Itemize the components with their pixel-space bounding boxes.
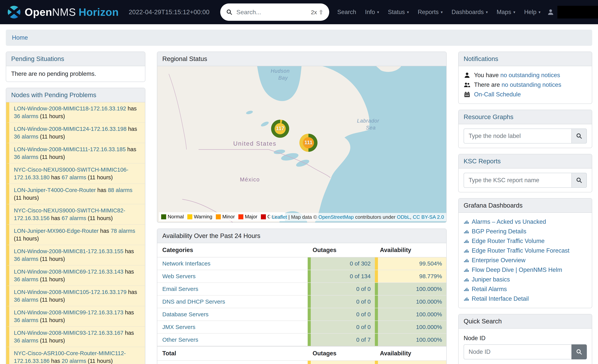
nav-menu-item[interactable]: Search [337, 9, 356, 16]
alarm-count-link[interactable]: 36 alarms [14, 297, 38, 303]
nav-menu-item[interactable]: Maps ▾ [497, 9, 515, 16]
leaflet-link[interactable]: Leaflet [272, 214, 287, 220]
alarm-duration: (11 hours) [38, 276, 65, 283]
bar-chart-icon [464, 277, 469, 282]
alarm-count-link[interactable]: 67 alarms [62, 215, 86, 221]
category-link[interactable]: Network Interfaces [162, 260, 210, 267]
resource-graphs-search-button[interactable] [572, 129, 587, 144]
category-link[interactable]: Database Servers [162, 311, 208, 318]
availability-panel: Availability Over the Past 24 Hours Cate… [157, 228, 447, 364]
redacted-username[interactable] [557, 6, 598, 18]
legend-label: Normal [168, 214, 184, 220]
search-input[interactable] [236, 9, 307, 16]
cc-by-sa-link[interactable]: CC BY-SA 2.0 [413, 214, 444, 220]
alarm-count-link[interactable]: 36 alarms [14, 317, 38, 323]
node-link[interactable]: LON-Window-2008-MIMIC124-172.16.33.198 [14, 126, 126, 132]
legend-item: Minor [216, 214, 235, 220]
nav-menu-item[interactable]: Info ▾ [365, 9, 379, 16]
global-search[interactable]: 2x ⇧ [220, 3, 329, 21]
node-link[interactable]: LON-Window-2008-MIMIC93-172.16.33.167 [14, 330, 124, 336]
grafana-dashboard-link[interactable]: Edge Router Traffic Volume [472, 238, 545, 244]
grafana-dashboard-link[interactable]: Retail Alarms [472, 286, 507, 293]
alarm-count-link[interactable]: 20 alarms [62, 358, 86, 364]
breadcrumb-home-link[interactable]: Home [12, 34, 28, 41]
grafana-dashboard-link[interactable]: Juniper basics [472, 276, 510, 283]
alarm-count-link[interactable]: 88 alarms [108, 187, 132, 193]
osm-link[interactable]: OpenStreetMap [318, 214, 354, 220]
chevron-down-icon: ▾ [539, 10, 540, 15]
legend-swatch [261, 214, 266, 219]
node-link[interactable]: LON-Juniper-MX960-Edge-Router [14, 228, 99, 234]
user-notices-link[interactable]: no outstanding notices [500, 72, 560, 79]
alarm-count-link[interactable]: 36 alarms [14, 134, 38, 140]
node-id-search-button[interactable] [572, 344, 587, 359]
node-link[interactable]: LON-Window-2008-MIMIC118-172.16.33.192 [14, 105, 126, 112]
category-link[interactable]: Web Servers [162, 273, 196, 280]
alarm-count-link[interactable]: 36 alarms [14, 113, 38, 119]
col-availability: Availability [375, 243, 446, 257]
pending-node-item: NYC-Cisco-ASR100-Core-Router-MIMIC112-17… [6, 347, 145, 364]
chevron-down-icon: ▾ [441, 10, 443, 15]
nav-menu-item[interactable]: Help ▾ [524, 9, 540, 16]
pending-node-item: LON-Juniper-MX960-Edge-Router has 78 ala… [6, 225, 145, 245]
resource-graphs-input[interactable] [464, 129, 572, 144]
ksc-reports-search-button[interactable] [572, 173, 587, 188]
notifications-title: Notifications [459, 52, 592, 66]
nav-menu-item[interactable]: Dashboards ▾ [451, 9, 488, 16]
grafana-dashboard-link[interactable]: Enterprise Overview [472, 257, 525, 264]
outages-value: 0 of 302 [308, 257, 375, 270]
alarm-count-link[interactable]: 78 alarms [111, 228, 135, 234]
availability-header-row: Categories Outages Availability [157, 243, 446, 257]
total-availability-label: Availability [375, 347, 446, 360]
category-link[interactable]: JMX Servers [162, 324, 195, 330]
alarm-count-link[interactable]: 36 alarms [14, 338, 38, 344]
category-link[interactable]: DNS and DHCP Servers [162, 298, 225, 305]
node-link[interactable]: LON-Window-2008-MIMIC111-172.16.33.185 [14, 146, 126, 152]
oncall-schedule-link[interactable]: On-Call Schedule [474, 91, 521, 98]
regional-status-title: Regional Status [157, 52, 446, 66]
all-notices-prefix: There are [474, 81, 502, 88]
grafana-dashboard-item: Enterprise Overview [464, 256, 587, 265]
category-link[interactable]: Email Servers [162, 286, 198, 292]
legend-swatch [161, 214, 166, 219]
odbl-link[interactable]: ODbL [397, 214, 410, 220]
grafana-dashboard-link[interactable]: Alarms – Acked vs Unacked [472, 218, 546, 225]
map-label-hudson-1: Hudson [271, 68, 290, 74]
bar-chart-icon [464, 219, 469, 225]
quick-search-panel: Quick Search Node ID Node label [458, 314, 592, 364]
ksc-reports-input[interactable] [464, 173, 572, 188]
all-notices-link[interactable]: no outstanding notices [502, 81, 561, 88]
nav-menu-item[interactable]: Reports ▾ [418, 9, 443, 16]
alarm-count-link[interactable]: 67 alarms [62, 174, 86, 180]
map-cluster-marker[interactable]: 117 [271, 120, 289, 138]
grafana-dashboard-link[interactable]: Flow Deep Dive | OpenNMS Helm [472, 267, 562, 273]
pending-situations-empty-message: There are no pending problems. [6, 66, 145, 81]
alarm-count-link[interactable]: 36 alarms [14, 256, 38, 262]
node-link[interactable]: LON-Window-2008-MIMIC69-172.16.33.143 [14, 269, 124, 275]
map-cluster-marker[interactable]: 111 [299, 134, 317, 152]
node-link[interactable]: LON-Window-2008-MIMIC99-172.16.33.173 [14, 309, 124, 315]
alarm-count-link[interactable]: 36 alarms [14, 154, 38, 160]
alarm-count-link[interactable]: 36 alarms [14, 276, 38, 283]
grafana-links: Alarms – Acked vs Unacked BGP Peering De… [459, 213, 592, 308]
grafana-dashboard-link[interactable]: BGP Peering Details [472, 228, 526, 235]
node-link[interactable]: LON-Juniper-T4000-Core-Router [14, 187, 96, 193]
category-link[interactable]: Other Servers [162, 337, 198, 343]
grafana-dashboard-link[interactable]: Edge Router Traffic Volume Forecast [472, 247, 570, 254]
grafana-dashboard-item: Edge Router Traffic Volume [464, 236, 587, 246]
availability-value: 100.000% [375, 321, 446, 333]
grafana-dashboard-link[interactable]: Retail Interface Detail [472, 295, 529, 302]
region-map[interactable]: Hudson Bay Labrador Sea United States Mé… [157, 66, 446, 222]
alarm-duration: (11 hours) [14, 235, 39, 242]
ksc-reports-title: KSC Reports [459, 154, 592, 169]
search-icon [576, 349, 582, 355]
node-id-input[interactable] [464, 344, 572, 359]
brand[interactable]: OpenNMSHorizon [8, 6, 119, 18]
right-column: Notifications You have no outstanding no… [458, 52, 592, 364]
nav-menu-item[interactable]: Status ▾ [388, 9, 409, 16]
total-outages-label: Outages [308, 347, 375, 360]
resource-graphs-title: Resource Graphs [459, 110, 592, 124]
legend-item: Warning [187, 214, 212, 220]
node-link[interactable]: LON-Window-2008-MIMIC81-172.16.33.155 [14, 248, 124, 254]
node-link[interactable]: LON-Window-2008-MIMIC105-172.16.33.179 [14, 289, 126, 295]
